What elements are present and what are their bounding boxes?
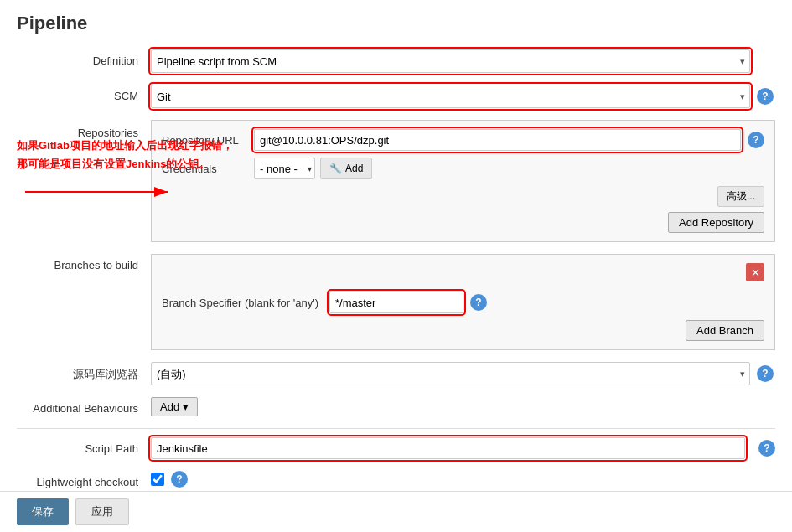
credentials-label: Credentials xyxy=(162,163,254,175)
repo-actions: 高级... Add Repository xyxy=(162,186,764,233)
script-path-control: ? xyxy=(151,437,775,459)
jenkins-icon: 🔧 xyxy=(329,163,342,174)
bottom-bar: 保存 应用 xyxy=(0,491,792,532)
source-browser-row: 源码库浏览器 (自动) ▾ ? xyxy=(17,362,775,385)
repo-url-help-icon[interactable]: ? xyxy=(748,132,764,148)
scm-help-icon[interactable]: ? xyxy=(757,88,774,105)
credentials-row: Credentials - none - ▾ 🔧 Add xyxy=(162,158,764,179)
credentials-wrap: - none - ▾ 🔧 Add xyxy=(254,158,372,179)
scm-row: SCM GitNone ▾ ? xyxy=(17,85,775,108)
lightweight-label: Lightweight checkout xyxy=(17,471,151,488)
repo-url-label: Repository URL xyxy=(162,134,254,147)
remove-branch-button[interactable]: ✕ xyxy=(746,263,764,281)
repositories-outer: 如果Gitlab项目的地址输入后出现红字报错， 那可能是项目没有设置Jenkin… xyxy=(17,120,775,242)
additional-behaviours-row: Additional Behaviours Add ▾ xyxy=(17,397,775,416)
repo-url-input[interactable] xyxy=(254,129,741,151)
definition-label: Definition xyxy=(17,49,151,67)
save-button[interactable]: 保存 xyxy=(17,498,69,525)
script-path-help-icon[interactable]: ? xyxy=(758,440,775,457)
additional-behaviours-label: Additional Behaviours xyxy=(17,397,151,415)
branch-help-icon[interactable]: ? xyxy=(470,294,487,311)
repo-url-row: Repository URL ? xyxy=(162,129,764,151)
page-title: Pipeline xyxy=(17,13,775,34)
source-browser-select[interactable]: (自动) xyxy=(151,362,750,385)
branch-specifier-label: Branch Specifier (blank for 'any') xyxy=(162,297,329,309)
add-chevron-icon: ▾ xyxy=(183,400,189,413)
branches-row: Branches to build ✕ Branch Specifier (bl… xyxy=(17,254,775,350)
source-browser-label: 源码库浏览器 xyxy=(17,362,151,382)
cred-select-wrap: - none - ▾ xyxy=(254,158,315,179)
repo-box: Repository URL ? Credentials - none - ▾ xyxy=(151,120,775,242)
definition-select[interactable]: Pipeline script from SCMPipeline script xyxy=(151,49,750,73)
page-container: Pipeline Definition Pipeline script from… xyxy=(0,0,792,532)
lightweight-control: ? xyxy=(151,471,775,488)
credentials-add-button[interactable]: 🔧 Add xyxy=(320,158,372,179)
source-browser-control: (自动) ▾ ? xyxy=(151,362,775,385)
credentials-select[interactable]: - none - xyxy=(254,158,315,179)
script-path-row: Script Path ? xyxy=(17,437,775,459)
advanced-button[interactable]: 高级... xyxy=(717,186,764,207)
branches-content: ✕ Branch Specifier (blank for 'any') ? A… xyxy=(151,254,775,350)
form-section: Definition Pipeline script from SCMPipel… xyxy=(17,49,775,488)
additional-behaviours-control: Add ▾ xyxy=(151,397,775,416)
lightweight-row: Lightweight checkout ? xyxy=(17,471,775,488)
branch-specifier-row: Branch Specifier (blank for 'any') ? xyxy=(162,292,764,313)
branches-label: Branches to build xyxy=(17,254,151,271)
branch-specifier-input[interactable] xyxy=(329,292,463,313)
branches-box: ✕ Branch Specifier (blank for 'any') ? A… xyxy=(151,254,775,350)
separator xyxy=(17,428,775,429)
scm-label: SCM xyxy=(17,85,151,102)
repositories-content: Repository URL ? Credentials - none - ▾ xyxy=(151,120,775,242)
lightweight-checkbox[interactable] xyxy=(151,473,164,486)
scm-select[interactable]: GitNone xyxy=(151,85,750,108)
add-branch-button[interactable]: Add Branch xyxy=(686,320,764,341)
script-path-input[interactable] xyxy=(151,437,745,459)
add-repository-button[interactable]: Add Repository xyxy=(668,212,764,233)
lightweight-help-icon[interactable]: ? xyxy=(171,471,188,488)
source-browser-help-icon[interactable]: ? xyxy=(757,365,774,382)
scm-control: GitNone ▾ ? xyxy=(151,85,775,108)
script-path-label: Script Path xyxy=(17,437,151,455)
repositories-label: Repositories xyxy=(17,120,151,242)
add-behaviour-button[interactable]: Add ▾ xyxy=(151,397,198,416)
apply-button[interactable]: 应用 xyxy=(75,498,129,525)
definition-row: Definition Pipeline script from SCMPipel… xyxy=(17,49,775,73)
definition-control: Pipeline script from SCMPipeline script … xyxy=(151,49,775,73)
